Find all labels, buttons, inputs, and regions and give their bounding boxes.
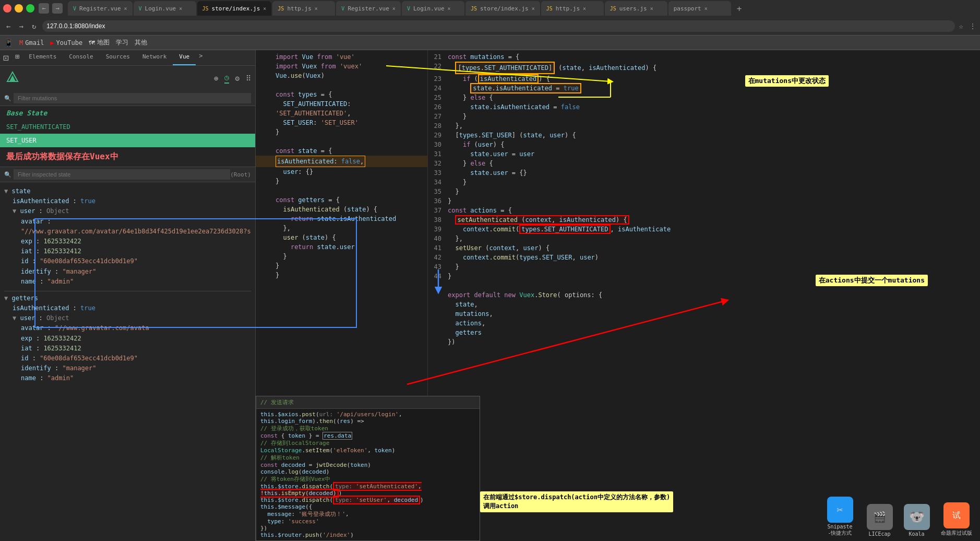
tab-login-vue-1[interactable]: V Login.vue ×: [134, 1, 196, 16]
vuex-settings-icon[interactable]: ⚙: [235, 74, 240, 83]
tab-store-index-js-2[interactable]: JS store/index.js ×: [465, 1, 540, 16]
code-line: state,: [428, 300, 980, 309]
tab-close-1[interactable]: ×: [124, 6, 127, 11]
annotation-dispatch-cn: 在前端通过$store.dispatch(action中定义的方法名称，参数)调…: [480, 491, 673, 512]
filter-mutations-input[interactable]: [14, 93, 251, 103]
tab-http-js-2[interactable]: JS http.js ×: [541, 1, 604, 16]
code-line: 38 setAuthenticated (context, isAuthenti…: [428, 215, 980, 225]
exp-value: 1625332422: [43, 238, 81, 245]
code-line: 40 },: [428, 234, 980, 243]
code-line: isAuthenticated (state) {: [256, 205, 427, 214]
tab-close-5[interactable]: ×: [392, 6, 396, 11]
bookmark-maps[interactable]: 🗺 地图: [89, 38, 110, 47]
filter-state-input[interactable]: [14, 169, 230, 180]
mutation-list: SET_AUTHENTICATED SET_USER: [0, 120, 255, 147]
bookmark-gmail[interactable]: M Gmail: [19, 39, 44, 46]
tab-close-3[interactable]: ×: [263, 6, 266, 11]
forward-button[interactable]: →: [52, 3, 63, 14]
new-tab-button[interactable]: +: [732, 1, 747, 16]
tab-http-js[interactable]: JS http.js ×: [272, 1, 335, 16]
devtools-tab-elements[interactable]: Elements: [22, 50, 63, 65]
getters-name-key: name: [21, 374, 36, 382]
bookmark-other[interactable]: 其他: [135, 38, 147, 47]
code-line: return state.user: [256, 242, 427, 252]
tab-register-vue-2[interactable]: V Register.vue ×: [336, 1, 401, 16]
code-line: 23 if (isAuthenticated) {: [428, 74, 980, 84]
tab-login-vue-2[interactable]: V Login.vue ×: [402, 1, 464, 16]
exam-bank-label: 命题库过试版: [941, 530, 972, 537]
tab-close-9[interactable]: ×: [650, 6, 653, 11]
tab-close-2[interactable]: ×: [179, 6, 182, 11]
is-authenticated-key: isAuthenticated: [13, 197, 69, 205]
getters-identify-value: "manager": [62, 364, 96, 372]
iat-value: 1625332412: [43, 248, 81, 255]
bookmark-button[interactable]: ☆: [959, 22, 963, 30]
mutation-set-user[interactable]: SET_USER: [0, 134, 255, 147]
vuex-more-icon[interactable]: ⠿: [246, 74, 251, 83]
tab-register-vue-1[interactable]: V Register.vue ×: [68, 1, 133, 16]
identify-value: "manager": [62, 268, 96, 275]
reload-button[interactable]: ↻: [30, 21, 38, 31]
devtools-dock-icon[interactable]: ⊞: [12, 50, 22, 65]
app-koala[interactable]: 🐨 Koala: [900, 504, 934, 537]
code-line: 37 const actions = {: [428, 206, 980, 215]
tab-store-index-js[interactable]: JS store/index.js ×: [197, 1, 272, 16]
annotation-actions-cn: 在actions中提交一个mutations: [816, 275, 928, 286]
code-line: isAuthenticated: false,: [256, 156, 427, 167]
app-exam-bank[interactable]: 试 命题库过试版: [937, 502, 976, 537]
tab-close-7[interactable]: ×: [532, 6, 535, 11]
code-line: 43 }: [428, 262, 980, 272]
getters-identify-key: identify: [21, 364, 51, 372]
code-line: 30 if (user) {: [428, 140, 980, 149]
code-line: 42 context.commit(types.SET_USER, user): [428, 253, 980, 262]
tab-close-4[interactable]: ×: [315, 6, 318, 11]
state-collapse-icon[interactable]: ▼: [4, 187, 11, 195]
success-text: 最后成功将数据保存在Vuex中: [0, 147, 255, 167]
exp-key: exp: [21, 238, 32, 245]
back-button[interactable]: ←: [39, 3, 49, 14]
bookmark-youtube[interactable]: ▶ YouTube: [50, 39, 82, 46]
user-object-label: Object: [46, 207, 69, 215]
address-bar-input[interactable]: [42, 20, 954, 32]
devtools-tab-network[interactable]: Network: [136, 50, 173, 65]
devtools-tab-vue[interactable]: Vue: [173, 50, 196, 65]
devtools-tab-console[interactable]: Console: [63, 50, 99, 65]
code-line: 29 [types.SET_USER] (state, user) {: [428, 131, 980, 140]
getters-avatar-value: "//www.gravatar.com/avata: [55, 324, 149, 332]
vuex-component-icon[interactable]: ⊕: [214, 74, 218, 83]
code-line: 41 setUser (context, user) {: [428, 243, 980, 253]
code-line: export default new Vuex.Store( options: …: [428, 290, 980, 300]
tab-close-10[interactable]: ×: [704, 6, 708, 11]
user-key: user: [20, 207, 35, 215]
code-line: mutations,: [428, 309, 980, 319]
user-collapse-icon[interactable]: ▼: [13, 207, 20, 215]
code-line: 35 }: [428, 187, 980, 196]
getters-collapse-icon[interactable]: ▼: [4, 295, 11, 302]
forward-nav-button[interactable]: →: [17, 21, 25, 31]
getters-section: ▼ getters isAuthenticated : true ▼ user: [4, 293, 251, 384]
filter-mutations-row: 🔍: [0, 91, 255, 106]
right-code-panel: 21 const mutations = { 22 [types.SET_AUT…: [428, 50, 980, 541]
code-line: const types = {: [256, 90, 427, 99]
code-line: 21 const mutations = {: [428, 52, 980, 62]
filter-state-icon: 🔍: [4, 171, 11, 178]
app-licecap[interactable]: 🎬 LICEcap: [863, 504, 897, 537]
mutation-set-authenticated[interactable]: SET_AUTHENTICATED: [0, 120, 255, 134]
back-nav-button[interactable]: ←: [4, 21, 13, 31]
getters-user-collapse-icon[interactable]: ▼: [13, 314, 20, 322]
settings-icon[interactable]: ⋮: [970, 22, 976, 30]
code-line: }): [428, 337, 980, 347]
getters-is-authenticated-key: isAuthenticated: [13, 304, 69, 312]
code-line: 34 }: [428, 178, 980, 187]
devtools-undock-icon[interactable]: ⊡: [0, 50, 12, 65]
bookmark-study[interactable]: 学习: [116, 38, 128, 47]
tab-close-8[interactable]: ×: [583, 6, 586, 11]
tab-close-6[interactable]: ×: [448, 6, 451, 11]
devtools-tab-sources[interactable]: Sources: [100, 50, 136, 65]
vuex-timeline-icon[interactable]: ◷: [224, 73, 229, 84]
devtools-more-icon[interactable]: >: [196, 50, 206, 65]
tab-passport[interactable]: passport ×: [668, 1, 731, 16]
app-snipaste[interactable]: ✂ Snipaste-快捷方式: [820, 497, 859, 537]
tab-users-js[interactable]: JS users.js ×: [605, 1, 667, 16]
code-line: 25 } else {: [428, 93, 980, 102]
